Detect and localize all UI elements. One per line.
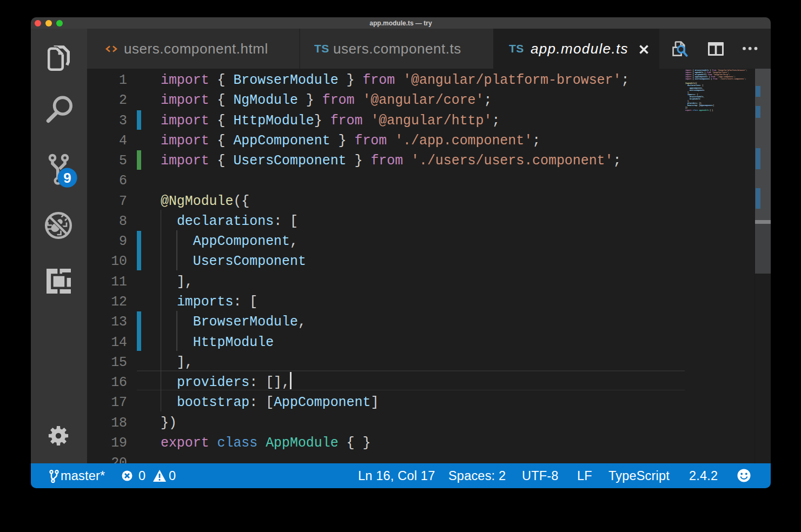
svg-text:9: 9	[63, 170, 71, 186]
